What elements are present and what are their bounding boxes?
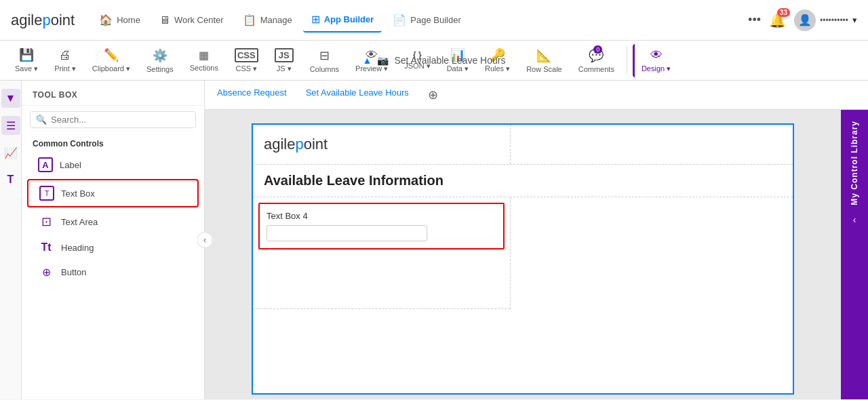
brand-name: agilepoint (11, 12, 75, 28)
nav-page-builder-label: Page Builder (410, 15, 460, 25)
monitor-icon: 🖥 (159, 14, 170, 26)
add-tab-icon: ⊕ (428, 88, 438, 102)
textbox-4-container[interactable]: Text Box 4 (258, 203, 505, 249)
settings-button[interactable]: ⚙️ Settings (140, 44, 180, 77)
save-button[interactable]: 💾 Save ▾ (8, 43, 45, 77)
print-label: Print ▾ (54, 64, 76, 73)
common-controls-section-label: Common Controls (22, 134, 204, 151)
css-icon: CSS (235, 48, 258, 62)
css-label: CSS ▾ (235, 64, 257, 73)
js-button[interactable]: JS JS ▾ (268, 44, 300, 77)
textarea-icon: ⊡ (38, 214, 54, 229)
toolbox: TOOL BOX 🔍 Common Controls A Label T Tex… (22, 81, 205, 399)
nav-work-center-label: Work Center (174, 15, 224, 25)
tab-set-available-leave-label: Set Available Leave Hours (306, 87, 409, 98)
form-col-main: Text Box 4 (253, 197, 511, 309)
tab-bar: Absence Request Set Available Leave Hour… (205, 81, 868, 110)
chart-icon[interactable]: 📈 (1, 143, 20, 162)
tool-button[interactable]: ⊕ Button (27, 260, 199, 284)
tool-heading-text: Heading (61, 243, 94, 253)
settings-label: Settings (146, 65, 174, 73)
textbox-4-label: Text Box 4 (267, 211, 496, 221)
nav-manage-label: Manage (260, 15, 292, 25)
camera-icon: 📷 (377, 55, 389, 66)
right-panel-label: My Control Library (850, 110, 859, 216)
notifications-button[interactable]: 🔔 33 (769, 12, 786, 28)
toolbar-form-title: Set Available Leave Hours (394, 55, 505, 66)
form-title-row: Available Leave Information (253, 165, 793, 197)
nav-app-builder[interactable]: ⊞ App Builder (303, 7, 382, 33)
tool-label-text: Label (60, 160, 81, 170)
form-body: Text Box 4 (253, 197, 793, 309)
form-canvas: agilepoint Available Leave Information (252, 123, 794, 395)
textbox-icon: T (39, 186, 54, 201)
columns-button[interactable]: ⊟ Columns (303, 44, 346, 77)
add-tab-button[interactable]: ⊕ (418, 81, 448, 109)
more-options-button[interactable]: ••• (748, 13, 761, 27)
tool-textarea-text: Text Area (61, 217, 98, 227)
nav-home[interactable]: 🏠 Home (91, 8, 149, 32)
search-input[interactable] (51, 115, 190, 125)
filter-icon[interactable]: ▼ (1, 89, 20, 108)
clipboard-label: Clipboard ▾ (92, 64, 130, 73)
sections-button[interactable]: ▦ Sections (183, 45, 225, 76)
sections-label: Sections (190, 64, 218, 72)
row-scale-icon: 📐 (536, 48, 551, 63)
nav-home-label: Home (117, 15, 140, 25)
nav-manage[interactable]: 📋 Manage (235, 8, 300, 32)
list-icon[interactable]: ☰ (1, 116, 20, 135)
chevron-down-icon: ▾ (852, 15, 857, 25)
tool-label[interactable]: A Label (27, 152, 199, 178)
heading-icon: Tt (38, 241, 54, 254)
row-scale-label: Row Scale (526, 65, 562, 73)
notification-badge: 33 (777, 8, 790, 17)
clipboard-button[interactable]: ✏️ Clipboard ▾ (85, 43, 137, 77)
canvas-area: agilepoint Available Leave Information (205, 110, 841, 399)
form-title: Available Leave Information (264, 173, 443, 188)
tool-text-box[interactable]: T Text Box (27, 179, 199, 207)
design-button[interactable]: 👁 Design ▾ (633, 44, 677, 77)
save-label: Save ▾ (15, 64, 38, 73)
textbox-4-input[interactable] (267, 225, 427, 241)
print-icon: 🖨 (59, 48, 71, 62)
nav-page-builder[interactable]: 📄 Page Builder (384, 8, 469, 32)
t-icon[interactable]: T (1, 170, 20, 189)
form-header-right (511, 125, 793, 164)
clipboard-icon: ✏️ (104, 47, 119, 62)
right-control-library-panel[interactable]: ‹ My Control Library (841, 110, 868, 399)
toolbox-container: TOOL BOX 🔍 Common Controls A Label T Tex… (22, 81, 205, 399)
app-builder-icon: ⊞ (311, 13, 320, 26)
tool-text-area[interactable]: ⊡ Text Area (27, 209, 199, 235)
top-navigation: agilepoint 🏠 Home 🖥 Work Center 📋 Manage… (0, 0, 868, 41)
nav-right-section: ••• 🔔 33 👤 •••••••••• ▾ (748, 9, 857, 31)
comments-button[interactable]: 💬 0 Comments (572, 44, 621, 77)
manage-icon: 📋 (243, 14, 256, 26)
row-scale-button[interactable]: 📐 Row Scale (519, 44, 569, 77)
js-icon: JS (275, 48, 294, 62)
left-sidebar: ▼ ☰ 📈 T (0, 81, 22, 399)
toolbar-title-area: ▲ 📷 Set Available Leave Hours (363, 55, 506, 66)
tab-set-available-leave-hours[interactable]: Set Available Leave Hours (296, 81, 418, 109)
nav-work-center[interactable]: 🖥 Work Center (151, 9, 232, 32)
form-col-side (511, 197, 793, 309)
comments-icon: 💬 0 (589, 48, 604, 63)
css-button[interactable]: CSS CSS ▾ (228, 44, 265, 77)
search-icon: 🔍 (36, 115, 47, 125)
toolbox-collapse-button[interactable]: ‹ (197, 232, 213, 248)
form-logo-cell: agilepoint (253, 125, 511, 164)
form-logo: agilepoint (264, 136, 328, 153)
tool-button-text: Button (61, 267, 87, 277)
label-icon: A (38, 157, 53, 172)
print-button[interactable]: 🖨 Print ▾ (47, 44, 83, 77)
design-icon: 👁 (650, 48, 663, 62)
tab-absence-request[interactable]: Absence Request (208, 81, 296, 109)
chevron-up-icon[interactable]: ▲ (363, 55, 372, 66)
tool-heading[interactable]: Tt Heading (27, 236, 199, 259)
columns-label: Columns (310, 65, 339, 73)
comments-badge: 0 (593, 45, 602, 54)
save-icon: 💾 (19, 47, 34, 62)
form-header-row: agilepoint (253, 125, 793, 165)
brand-logo[interactable]: agilepoint (11, 12, 75, 29)
js-label: JS ▾ (277, 64, 292, 73)
user-menu[interactable]: 👤 •••••••••• ▾ (794, 9, 857, 31)
